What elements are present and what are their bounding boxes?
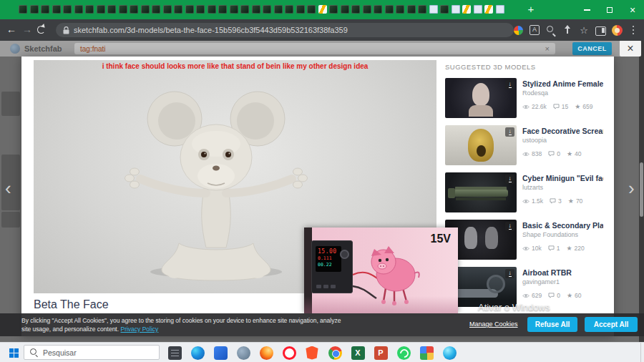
opera-icon[interactable] [278,343,301,362]
tab-doc-icon[interactable] [429,5,438,14]
privacy-policy-link[interactable]: Privacy Policy [120,326,158,333]
close-icon[interactable]: × [621,0,644,19]
cancel-button[interactable]: CANCEL [572,42,612,55]
download-icon[interactable]: ↓ [505,80,514,89]
tab-model-icon[interactable] [374,5,382,14]
address-bar[interactable]: sketchfab.com/3d-models/beta-the-face-15… [56,23,514,37]
forward-icon[interactable]: → [20,24,34,35]
suggested-model-card[interactable]: ↓ Face Decorative Scream... ustoopia 838 [445,125,603,167]
tab-model-icon[interactable] [130,5,138,14]
refresh-icon[interactable] [37,26,52,34]
tab-model-icon[interactable] [363,5,371,14]
accept-all-button[interactable]: Accept All [585,317,638,332]
tab-model-icon[interactable] [329,5,338,14]
tab-model-icon[interactable] [407,5,416,14]
tab-model-icon[interactable] [141,5,150,14]
suggested-model-card[interactable]: ↓ Cyber Minigun "Evil face" lutzarts 1.5… [445,172,603,214]
carousel-next-icon[interactable]: › [628,179,635,197]
refuse-all-button[interactable]: Refuse All [527,317,577,332]
download-icon[interactable]: ↓ [505,222,514,231]
tab-model-icon[interactable] [230,5,238,14]
tab-model-icon[interactable] [119,5,127,14]
tab-model-icon[interactable] [19,5,27,14]
tab-model-icon[interactable] [174,5,182,14]
share-icon[interactable] [561,24,574,36]
tab-model-icon[interactable] [263,5,271,14]
tab-model-icon[interactable] [285,5,293,14]
firefox-icon[interactable] [255,343,278,362]
tab-doc-icon[interactable] [452,5,460,14]
modal-close-icon[interactable]: × [620,40,641,57]
tab-doc-icon[interactable] [496,5,504,14]
tab-model-icon[interactable] [85,5,94,14]
suggested-model-card[interactable]: ↓ Stylized Anime Female ... Rodesqa 22.6… [445,78,603,119]
powerpoint-icon[interactable] [369,343,392,362]
start-button[interactable] [4,343,23,362]
tab-model-icon[interactable] [107,5,116,14]
excel-icon[interactable] [346,343,369,362]
brave-icon[interactable] [301,343,323,362]
tab-model-icon[interactable] [163,5,172,14]
tab-model-icon[interactable] [274,5,283,14]
google-icon[interactable] [512,24,525,36]
tab-model-icon[interactable] [418,5,426,14]
chrome-icon[interactable] [323,343,346,362]
app-dark-icon[interactable] [163,343,186,362]
tab-model-icon[interactable] [208,5,216,14]
tab-model-icon[interactable] [307,5,316,14]
download-icon[interactable]: ↓ [505,269,514,278]
sketchfab-logo-icon[interactable] [10,44,20,54]
tab-model-icon[interactable] [240,5,249,14]
tab-model-icon[interactable] [63,5,72,14]
new-tab-button[interactable]: + [524,2,538,16]
bookmark-icon[interactable] [577,24,590,36]
scrollbar-thumb[interactable] [640,162,643,217]
video-overlay[interactable]: 15.00 0.111 00.22 15V [304,228,458,313]
page-scrollbar[interactable] [639,41,644,342]
tab-model-icon[interactable] [52,5,61,14]
tab-model-icon[interactable] [440,5,449,14]
whatsapp-icon[interactable] [392,343,415,362]
tab-model-icon[interactable] [296,5,305,14]
edge-icon[interactable] [186,343,209,362]
tab-model-icon[interactable] [396,5,404,14]
tab-model-icon[interactable] [41,5,49,14]
back-icon[interactable]: ← [4,24,19,35]
tab-model-icon[interactable] [152,5,160,14]
show-desktop-button[interactable] [640,343,644,362]
taskbar-search-input[interactable]: Pesquisar [24,345,160,360]
panel-icon[interactable] [594,24,607,36]
tab-model-icon[interactable] [218,5,227,14]
clear-search-icon[interactable]: × [545,45,550,53]
tab-model-icon[interactable] [252,5,260,14]
browser-blue-icon[interactable] [438,343,461,362]
tab-model-icon[interactable] [185,5,194,14]
suggested-model-card[interactable]: ↓ Basic & Secondary Plan... Shape Founda… [445,220,603,261]
tab-model-icon[interactable] [385,5,394,14]
tab-model-icon[interactable] [74,5,83,14]
tab-bolt-icon[interactable] [318,5,327,14]
manage-cookies-link[interactable]: Manage Cookies [469,321,518,328]
tab-model-icon[interactable] [30,5,39,14]
maximize-icon[interactable] [598,0,621,19]
photos-icon[interactable] [415,343,438,362]
tab-model-icon[interactable] [341,5,349,14]
avatar-icon[interactable] [610,24,623,36]
tab-bolt-icon[interactable] [462,5,471,14]
tab-bolt-icon[interactable] [484,5,493,14]
menu-icon[interactable] [627,24,640,36]
tab-model-icon[interactable] [196,5,205,14]
download-icon[interactable]: ↓ [505,127,514,137]
translate-icon[interactable] [528,24,541,36]
tab-doc-icon[interactable] [474,5,482,14]
app-blue-icon[interactable] [209,343,232,362]
carousel-prev-icon[interactable]: ‹ [5,179,11,197]
site-search-input[interactable]: tag:fnati × [74,43,555,54]
download-icon[interactable]: ↓ [505,175,514,184]
minimize-icon[interactable] [575,0,598,19]
app-steel-icon[interactable] [232,343,255,362]
sketchfab-brand[interactable]: Sketchfab [24,44,62,53]
tab-model-icon[interactable] [351,5,360,14]
search-icon[interactable] [545,24,557,36]
tab-model-icon[interactable] [97,5,105,14]
